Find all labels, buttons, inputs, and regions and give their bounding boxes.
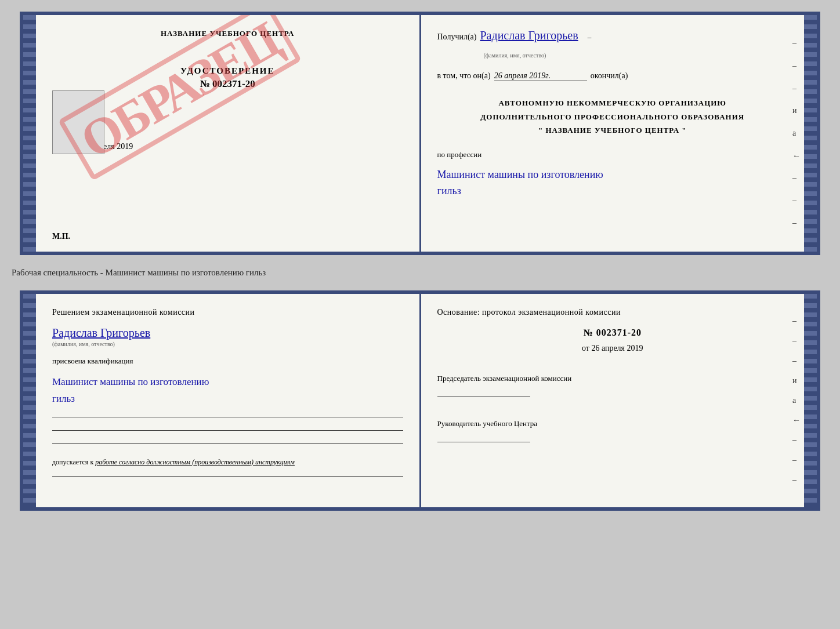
bottom-right-dashes: – – – и а ← – – – [792,294,801,507]
certificate-block: УДОСТОВЕРЕНИЕ № 002371-20 [180,66,275,90]
head-block: Руководитель учебного Центра [437,413,788,443]
date-line: в том, что он(а) 26 апреля 2019г. окончи… [437,71,788,81]
decision-text: Решением экзаменационной комиссии [52,308,403,317]
binding-right-bottom [804,294,817,507]
org-line2: ДОПОЛНИТЕЛЬНОГО ПРОФЕССИОНАЛЬНОГО ОБРАЗО… [437,111,788,123]
sep4 [52,476,403,477]
binding-right [804,15,817,252]
photo-placeholder [52,90,104,154]
qualification-cursive: Машинист машины по изготовлению гильз [52,374,403,408]
bottom-document: Решением экзаменационной комиссии Радисл… [20,290,820,511]
certificate-number: № 002371-20 [180,78,275,90]
bottom-name-block: Радислав Григорьев (фамилия, имя, отчест… [52,326,403,347]
bottom-left-panel: Решением экзаменационной комиссии Радисл… [36,294,421,507]
binding-left-bottom [23,294,36,507]
date-value-bottom: 26 апреля 2019 [591,344,643,352]
допускается-prefix: допускается к [52,458,93,466]
assigned-label: присвоена квалификация [52,357,403,366]
top-document: НАЗВАНИЕ УЧЕБНОГО ЦЕНТРА ОБРАЗЕЦ УДОСТОВ… [20,12,820,255]
sep3 [52,443,403,444]
mp-label: М.П. [52,232,70,241]
bottom-person-name: Радислав Григорьев [52,326,150,339]
chairman-signature-line [437,386,530,397]
received-line: Получил(а) Радислав Григорьев – [437,29,788,42]
date-suffix: окончил(а) [591,71,628,81]
date-prefix-bottom: от [582,344,589,352]
binding-left [23,15,36,252]
head-label: Руководитель учебного Центра [437,419,788,428]
sep1 [52,417,403,417]
protocol-date: от 26 апреля 2019 [437,344,788,353]
org-line1: АВТОНОМНУЮ НЕКОММЕРЧЕСКУЮ ОРГАНИЗАЦИЮ [437,97,788,109]
center-title: НАЗВАНИЕ УЧЕБНОГО ЦЕНТРА [161,29,295,38]
right-dashes: – – – и а ← – – – [792,15,801,252]
middle-label: Рабочая специальность - Машинист машины … [12,264,266,281]
bottom-name-hint: (фамилия, имя, отчество) [52,341,403,347]
protocol-number: № 002371-20 [437,328,788,338]
profession-label: по профессии [437,150,788,159]
chairman-block: Председатель экзаменационной комиссии [437,368,788,398]
top-left-panel: НАЗВАНИЕ УЧЕБНОГО ЦЕНТРА ОБРАЗЕЦ УДОСТОВ… [36,15,421,252]
sep2 [52,430,403,431]
top-right-panel: Получил(а) Радислав Григорьев – (фамилия… [421,15,805,252]
org-line3: " НАЗВАНИЕ УЧЕБНОГО ЦЕНТРА " [437,125,788,136]
date-prefix: в том, что он(а) [437,71,491,81]
name-hint: (фамилия, имя, отчество) [484,52,546,59]
head-signature-line [437,431,530,442]
bottom-right-panel: Основание: протокол экзаменационной коми… [421,294,805,507]
допускается-text-value: работе согласно должностным (производств… [95,458,295,466]
chairman-label: Председатель экзаменационной комиссии [437,374,788,383]
basis-label: Основание: протокол экзаменационной коми… [437,308,788,317]
date-value: 26 апреля 2019г. [494,71,587,81]
допускается-block: допускается к работе согласно должностны… [52,458,403,467]
profession-cursive: Машинист машины по изготовлению гильз [437,166,788,200]
org-block: АВТОНОМНУЮ НЕКОММЕРЧЕСКУЮ ОРГАНИЗАЦИЮ ДО… [437,95,788,139]
certificate-label: УДОСТОВЕРЕНИЕ [180,66,275,76]
recipient-name: Радислав Григорьев [480,29,578,42]
received-prefix: Получил(а) [437,32,477,42]
